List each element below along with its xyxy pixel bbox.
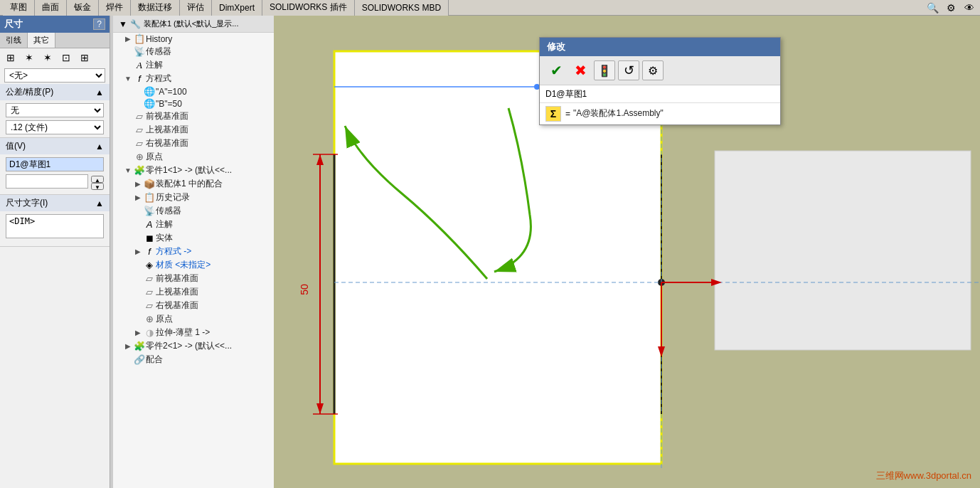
tab-other[interactable]: 其它 (28, 33, 55, 48)
tolerance-section-header[interactable]: 公差/精度(P) ▲ (0, 84, 110, 100)
tree-item-equation2[interactable]: ▶ f 方程式 -> (113, 245, 274, 258)
tree-item-equation[interactable]: ▼ f 方程式 (113, 72, 274, 85)
tree-item-mate[interactable]: 🔗 配合 (113, 353, 274, 366)
dim-text-input[interactable]: <DIM> (6, 214, 104, 238)
property-help-icon[interactable]: ? (93, 18, 105, 30)
icon-annotation: A (133, 60, 146, 71)
tree-item-sensor[interactable]: 📡 传感器 (113, 45, 274, 58)
dim-text-label: 尺寸文字(I) (6, 197, 48, 209)
arrow-part2: ▶ (123, 342, 133, 350)
tab-pinggu[interactable]: 评估 (180, 0, 212, 16)
tree-item-solid[interactable]: ◼ 实体 (113, 231, 274, 245)
icon-front-plane: ▱ (133, 111, 146, 122)
label-part1: 零件1<1> -> (默认<<... (146, 164, 232, 176)
dim-text-section-header[interactable]: 尺寸文字(I) ▲ (0, 195, 110, 211)
tree-header-arrow[interactable]: ▼ (119, 19, 127, 29)
label-right-plane: 右视基准面 (146, 137, 188, 149)
prop-icon-5[interactable]: ⊞ (77, 50, 92, 65)
tree-item-annotation[interactable]: A 注解 (113, 58, 274, 72)
icon-origin2: ⊕ (143, 314, 156, 324)
icon-eq-b: 🌐 (143, 98, 156, 109)
modify-cancel-btn[interactable]: ✖ (570, 60, 591, 80)
tree-item-front-plane2[interactable]: ▱ 前视基准面 (113, 272, 274, 285)
tab-leader[interactable]: 引线 (0, 33, 28, 48)
icon-sensor2: 📡 (143, 206, 156, 216)
icon-part2: 🧩 (133, 341, 146, 351)
label-history: History (146, 34, 172, 44)
prop-icon-1[interactable]: ⊞ (3, 50, 18, 65)
modify-options-btn[interactable]: ⚙ (642, 60, 664, 80)
tree-item-history[interactable]: ▶ 📋 History (113, 33, 274, 45)
tab-sw-plugin[interactable]: SOLIDWORKS 插件 (262, 0, 355, 16)
tree-item-right-plane[interactable]: ▱ 右视基准面 (113, 137, 274, 150)
tree-item-part2[interactable]: ▶ 🧩 零件2<1> -> (默认<<... (113, 339, 274, 353)
spin-up[interactable]: ▲ (91, 176, 104, 183)
tree-item-sensor2[interactable]: 📡 传感器 (113, 204, 274, 218)
tree-item-material[interactable]: ◈ 材质 <未指定> (113, 258, 274, 272)
dim-text-content: <DIM> (0, 211, 110, 246)
tab-qumian[interactable]: 曲面 (35, 0, 67, 16)
tree-item-top-plane[interactable]: ▱ 上视基准面 (113, 123, 274, 137)
settings-icon[interactable]: ⚙ (943, 0, 959, 16)
tolerance-select-precision[interactable]: .12 (文件) (6, 120, 104, 134)
icon-asm-mate: 📦 (143, 179, 156, 189)
eye-icon[interactable]: 👁 (962, 0, 977, 16)
tolerance-section: 公差/精度(P) ▲ 无 .12 (文件) (0, 84, 110, 138)
search-icon[interactable]: 🔍 (925, 0, 940, 16)
prop-icon-2[interactable]: ✶ (21, 50, 37, 65)
tree-item-origin[interactable]: ⊕ 原点 (113, 150, 274, 164)
tree-item-eq-b[interactable]: 🌐 "B"=50 (113, 97, 274, 110)
icon-right-plane2: ▱ (143, 300, 156, 311)
modify-dim-input[interactable] (545, 90, 774, 100)
value-section-header[interactable]: 值(V) ▲ (0, 138, 110, 154)
tree-item-top-plane2[interactable]: ▱ 上视基准面 (113, 285, 274, 299)
icon-extrude: ◑ (143, 327, 156, 338)
tab-banjin[interactable]: 钣金 (67, 0, 99, 16)
toolbar-tabs: 草图 曲面 钣金 焊件 数据迁移 评估 DimXpert SOLIDWORKS … (3, 0, 449, 16)
dim-text-section: 尺寸文字(I) ▲ <DIM> (0, 195, 110, 247)
modify-rebuild-btn[interactable]: ↺ (618, 60, 639, 80)
prop-icon-3[interactable]: ✶ (40, 50, 55, 65)
tab-dimxpert[interactable]: DimXpert (212, 0, 262, 16)
tree-item-asm-mate[interactable]: ▶ 📦 装配体1 中的配合 (113, 177, 274, 191)
svg-rect-2 (715, 151, 971, 350)
tab-shujuqianyi[interactable]: 数据迁移 (131, 0, 180, 16)
label-annotation: 注解 (146, 59, 163, 71)
dim-value-spin[interactable] (6, 174, 88, 189)
tolerance-select-none[interactable]: 无 (6, 103, 104, 117)
icon-top-plane: ▱ (133, 124, 146, 135)
property-icon-row: ⊞ ✶ ✶ ⊡ ⊞ (0, 48, 110, 67)
label-front-plane2: 前视基准面 (156, 272, 198, 285)
tab-sw-mbd[interactable]: SOLIDWORKS MBD (355, 0, 449, 16)
tree-item-origin2[interactable]: ⊕ 原点 (113, 312, 274, 326)
value-section: 值(V) ▲ ▲ ▼ (0, 138, 110, 195)
formula-equals: = (565, 109, 570, 119)
top-toolbar: 草图 曲面 钣金 焊件 数据迁移 评估 DimXpert SOLIDWORKS … (0, 0, 980, 16)
tab-hanjian[interactable]: 焊件 (99, 0, 131, 16)
tree-item-annotation2[interactable]: A 注解 (113, 218, 274, 231)
label-top-plane2: 上视基准面 (156, 286, 198, 298)
label-annotation2: 注解 (156, 218, 173, 230)
prop-select-none[interactable]: <无> (4, 68, 105, 83)
left-panel-container: 尺寸 ? 引线 其它 ⊞ ✶ ✶ ⊡ ⊞ <无> 公差/精度(P) ▲ (0, 16, 274, 488)
feature-tree: ▼ 🔧 装配体1 (默认<默认_显示... ▶ 📋 History 📡 传感器 … (113, 16, 274, 488)
label-sensor2: 传感器 (156, 205, 181, 217)
tree-item-history2[interactable]: ▶ 📋 历史记录 (113, 191, 274, 204)
tree-item-front-plane[interactable]: ▱ 前视基准面 (113, 110, 274, 123)
tree-item-part1[interactable]: ▼ 🧩 零件1<1> -> (默认<<... (113, 164, 274, 177)
label-eq-b: "B"=50 (156, 99, 182, 109)
tab-caotu[interactable]: 草图 (3, 0, 35, 16)
spin-down[interactable]: ▼ (91, 183, 104, 190)
label-mate: 配合 (146, 354, 163, 366)
dim-value-input[interactable] (6, 157, 104, 171)
modify-ok-btn[interactable]: ✔ (545, 60, 567, 80)
tree-header: ▼ 🔧 装配体1 (默认<默认_显示... (113, 16, 274, 33)
tree-item-right-plane2[interactable]: ▱ 右视基准面 (113, 299, 274, 312)
label-material: 材质 <未指定> (156, 259, 211, 271)
modify-traffic-light[interactable]: 🚦 (594, 60, 615, 80)
tree-item-eq-a[interactable]: 🌐 "A"=100 (113, 85, 274, 97)
prop-icon-4[interactable]: ⊡ (58, 50, 74, 65)
value-label: 值(V) (6, 140, 26, 152)
tree-item-extrude[interactable]: ▶ ◑ 拉伸-薄壁 1 -> (113, 326, 274, 339)
icon-equation2: f (143, 246, 156, 257)
